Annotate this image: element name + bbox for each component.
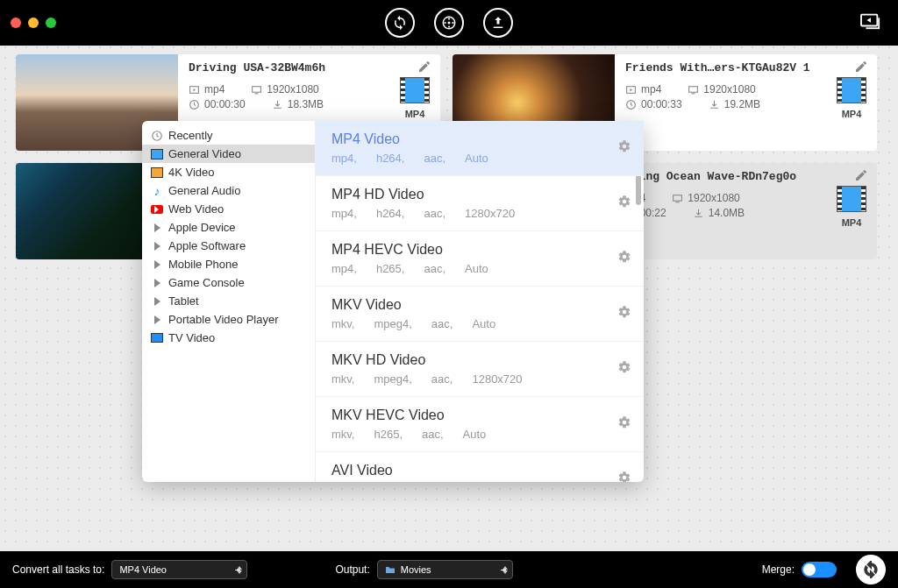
output-format-icon[interactable]: MP4: [837, 77, 866, 119]
format-codecs: mp4,h264,aac,Auto: [331, 152, 607, 165]
close-window[interactable]: [11, 18, 21, 28]
format-title: MKV Video: [331, 297, 607, 313]
category-icon: [151, 166, 163, 179]
category-icon: [151, 222, 163, 234]
category-label: General Video: [168, 147, 241, 160]
resolution-meta: 1920x1080: [672, 192, 739, 204]
format-preset-row[interactable]: MP4 HEVC Videomp4,h265,aac,Auto: [316, 231, 644, 287]
output-format-icon[interactable]: MP4: [837, 186, 866, 228]
top-mode-icons: [385, 8, 513, 38]
media-mode-icon[interactable]: [434, 8, 464, 38]
category-item[interactable]: Apple Device: [142, 218, 315, 237]
category-item[interactable]: Game Console: [142, 273, 315, 292]
category-item[interactable]: ♪General Audio: [142, 181, 315, 200]
container-meta: mp4: [189, 83, 224, 96]
format-codecs: mp4,h265,aac,Auto: [331, 262, 607, 275]
gear-icon[interactable]: [617, 195, 631, 212]
format-codecs: mkv,mpeg4,aac,1280x720: [331, 372, 607, 386]
gear-icon[interactable]: [617, 250, 631, 267]
format-codecs: mkv,mpeg4,aac,Auto: [331, 317, 607, 330]
category-item[interactable]: Mobile Phone: [142, 255, 315, 273]
video-title: rfing Ocean Wave-RDn7eg0o: [625, 170, 866, 183]
category-label: Mobile Phone: [168, 258, 239, 271]
size-meta: 18.3MB: [272, 98, 324, 110]
convert-mode-icon[interactable]: [385, 8, 415, 38]
gear-icon[interactable]: [617, 305, 631, 322]
category-item[interactable]: Recently: [142, 126, 315, 145]
format-codecs: mkv,h265,aac,Auto: [331, 428, 607, 441]
start-convert-button[interactable]: [856, 555, 886, 584]
convert-all-label: Convert all tasks to:: [12, 563, 104, 576]
category-item[interactable]: Web Video: [142, 200, 315, 218]
format-preset-row[interactable]: MP4 Videomp4,h264,aac,Auto: [316, 121, 644, 176]
format-preset-list: MP4 Videomp4,h264,aac,AutoMP4 HD Videomp…: [316, 121, 644, 482]
duration-meta: 00:00:33: [625, 98, 682, 110]
category-icon: [151, 130, 163, 142]
category-icon: [151, 240, 163, 252]
svg-point-1: [448, 22, 451, 25]
format-preset-row[interactable]: MKV HEVC Videomkv,h265,aac,Auto: [316, 397, 644, 452]
merge-label: Merge:: [762, 563, 795, 576]
category-icon: [151, 332, 163, 344]
share-mode-icon[interactable]: [483, 8, 513, 38]
category-label: Recently: [168, 129, 213, 142]
format-title: MP4 Video: [331, 131, 607, 147]
bottom-bar: Convert all tasks to: MP4 Video Output: …: [0, 551, 898, 588]
minimize-window[interactable]: [28, 18, 39, 28]
format-preset-row[interactable]: MKV HD Videomkv,mpeg4,aac,1280x720: [316, 342, 644, 397]
format-title: AVI Video: [331, 463, 607, 478]
svg-rect-11: [689, 86, 698, 92]
format-title: MKV HD Video: [331, 352, 607, 368]
format-title: MKV HEVC Video: [331, 407, 607, 423]
size-meta: 19.2MB: [709, 98, 760, 110]
category-icon: [151, 148, 163, 160]
output-folder-dropdown[interactable]: Movies: [377, 560, 513, 579]
titlebar: [0, 0, 898, 46]
convert-format-dropdown[interactable]: MP4 Video: [111, 560, 247, 579]
format-codecs: mp4,h264,aac,1280x720: [331, 207, 607, 220]
category-icon: [151, 314, 163, 326]
category-icon: [151, 277, 163, 289]
category-item[interactable]: General Video: [142, 145, 315, 163]
format-preset-row[interactable]: MP4 HD Videomp4,h264,aac,1280x720: [316, 176, 644, 231]
svg-point-4: [444, 22, 445, 24]
duration-meta: 00:00:30: [189, 98, 246, 110]
category-icon: [151, 295, 163, 308]
category-item[interactable]: Portable Video Player: [142, 310, 315, 329]
category-label: General Audio: [168, 184, 240, 197]
edit-icon[interactable]: [854, 168, 868, 187]
category-item[interactable]: TV Video: [142, 329, 315, 347]
svg-rect-13: [674, 195, 682, 201]
edit-icon[interactable]: [854, 60, 868, 78]
category-label: Web Video: [168, 202, 224, 216]
merge-toggle[interactable]: [802, 562, 837, 577]
container-meta: mp4: [625, 83, 661, 96]
queue-icon[interactable]: [859, 11, 882, 34]
svg-point-2: [448, 18, 450, 19]
category-label: TV Video: [168, 331, 215, 344]
format-title: MP4 HD Video: [331, 187, 607, 202]
edit-icon[interactable]: [417, 60, 431, 78]
category-item[interactable]: Apple Software: [142, 237, 315, 255]
zoom-window[interactable]: [46, 18, 56, 28]
svg-rect-8: [253, 86, 261, 92]
svg-point-3: [448, 25, 450, 27]
output-label: Output:: [335, 563, 369, 576]
window-controls: [11, 18, 56, 28]
format-category-list: RecentlyGeneral Video4K Video♪General Au…: [142, 121, 316, 482]
gear-icon[interactable]: [617, 415, 631, 433]
category-icon: [151, 259, 163, 271]
category-item[interactable]: 4K Video: [142, 163, 315, 181]
output-format-icon[interactable]: MP4: [400, 77, 430, 119]
format-preset-row[interactable]: AVI Videoavi,xvid,mp2,Auto: [316, 452, 644, 482]
size-meta: 14.0MB: [693, 207, 745, 219]
format-preset-row[interactable]: MKV Videomkv,mpeg4,aac,Auto: [316, 287, 644, 342]
gear-icon[interactable]: [617, 139, 631, 157]
gear-icon[interactable]: [617, 471, 631, 482]
video-title: Driving USA-32BW4m6h: [189, 61, 430, 74]
category-icon: ♪: [151, 185, 163, 197]
svg-point-5: [452, 22, 453, 24]
folder-icon: [385, 565, 396, 574]
category-item[interactable]: Tablet: [142, 292, 315, 310]
gear-icon[interactable]: [617, 360, 631, 378]
